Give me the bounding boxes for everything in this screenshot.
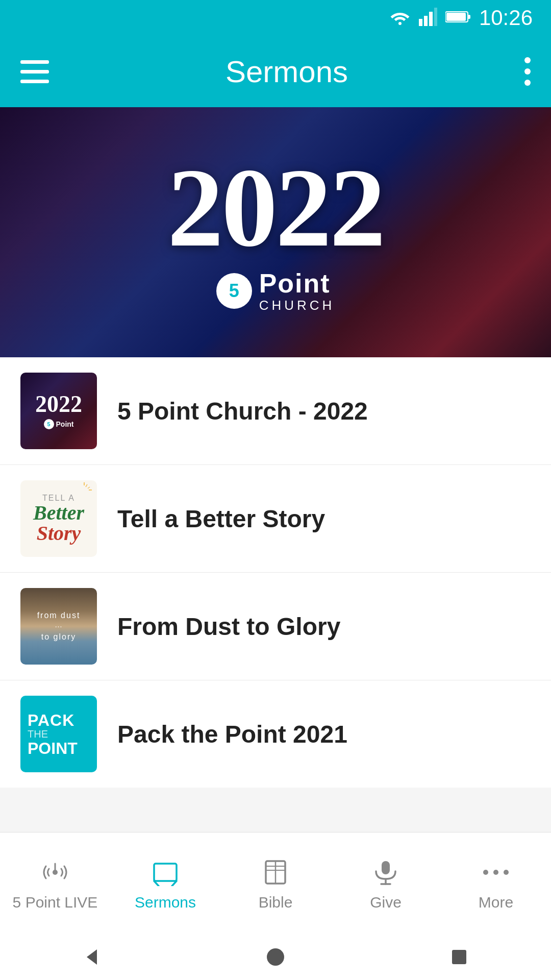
sermon-item[interactable]: TELL A Better Story Tell a Better Story bbox=[0, 465, 551, 573]
svg-rect-31 bbox=[452, 950, 466, 964]
hero-year: 2022 bbox=[167, 152, 384, 264]
nav-label-bible: Bible bbox=[259, 894, 293, 911]
nav-item-more[interactable]: More bbox=[441, 856, 551, 911]
sermon-item[interactable]: from dust ··· to glory From Dust to Glor… bbox=[0, 573, 551, 680]
nav-label-sermons: Sermons bbox=[135, 894, 196, 911]
svg-point-27 bbox=[493, 870, 498, 875]
nav-label-give: Give bbox=[370, 894, 402, 911]
sermon-thumbnail-story: TELL A Better Story bbox=[20, 480, 97, 557]
hero-logo-circle: 5 bbox=[216, 273, 252, 309]
svg-line-11 bbox=[88, 487, 90, 488]
svg-line-10 bbox=[86, 484, 87, 487]
sermon-thumbnail-pack: PACK THE POINT bbox=[20, 696, 97, 772]
status-time: 10:26 bbox=[479, 6, 533, 30]
hero-logo-point: Point bbox=[259, 269, 335, 298]
svg-rect-7 bbox=[468, 15, 470, 19]
home-button[interactable] bbox=[260, 942, 291, 972]
more-icon bbox=[480, 856, 512, 889]
hero-logo-church: CHURCH bbox=[259, 298, 335, 313]
sermon-title: From Dust to Glory bbox=[117, 612, 340, 641]
svg-rect-23 bbox=[382, 861, 390, 874]
svg-point-0 bbox=[398, 22, 402, 25]
sermons-icon bbox=[149, 856, 182, 889]
svg-point-26 bbox=[483, 870, 488, 875]
svg-rect-14 bbox=[154, 864, 177, 881]
give-icon bbox=[369, 856, 402, 889]
signal-icon bbox=[419, 8, 437, 28]
battery-icon bbox=[445, 10, 471, 26]
svg-rect-6 bbox=[446, 13, 466, 21]
nav-item-live[interactable]: 5 Point LIVE bbox=[0, 856, 110, 911]
sermon-item[interactable]: 2022 5 Point 5 Point Church - 2022 bbox=[0, 357, 551, 465]
sermon-title: Tell a Better Story bbox=[117, 505, 325, 533]
nav-label-more: More bbox=[479, 894, 513, 911]
system-nav bbox=[0, 934, 551, 980]
page-title: Sermons bbox=[226, 54, 348, 89]
status-icons: 10:26 bbox=[389, 6, 533, 30]
nav-label-live: 5 Point LIVE bbox=[13, 894, 98, 911]
hamburger-menu-icon[interactable] bbox=[20, 60, 49, 83]
nav-item-give[interactable]: Give bbox=[331, 856, 441, 911]
svg-point-28 bbox=[504, 870, 509, 875]
sermon-title: Pack the Point 2021 bbox=[117, 720, 347, 748]
nav-item-bible[interactable]: Bible bbox=[220, 856, 331, 911]
recents-button[interactable] bbox=[444, 942, 474, 972]
sermon-list: 2022 5 Point 5 Point Church - 2022 TELL … bbox=[0, 357, 551, 788]
sermon-item[interactable]: PACK THE POINT Pack the Point 2021 bbox=[0, 680, 551, 788]
svg-marker-29 bbox=[87, 949, 97, 965]
wifi-icon bbox=[389, 9, 411, 27]
hero-banner: 2022 5 Point CHURCH bbox=[0, 107, 551, 357]
hero-logo: 5 Point CHURCH bbox=[216, 269, 335, 313]
nav-item-sermons[interactable]: Sermons bbox=[110, 856, 220, 911]
back-button[interactable] bbox=[77, 942, 107, 972]
sermon-thumbnail-dust: from dust ··· to glory bbox=[20, 588, 97, 665]
svg-rect-1 bbox=[419, 19, 422, 26]
status-bar: 10:26 bbox=[0, 0, 551, 36]
bible-icon bbox=[259, 856, 292, 889]
hero-logo-text: Point CHURCH bbox=[259, 269, 335, 313]
toolbar: Sermons bbox=[0, 36, 551, 107]
bottom-nav: 5 Point LIVE Sermons Bible bbox=[0, 832, 551, 934]
svg-rect-4 bbox=[434, 8, 437, 26]
sermon-title: 5 Point Church - 2022 bbox=[117, 397, 368, 425]
live-icon bbox=[39, 856, 71, 889]
svg-point-30 bbox=[267, 948, 284, 966]
svg-rect-2 bbox=[424, 16, 428, 26]
svg-rect-3 bbox=[429, 12, 433, 26]
more-options-icon[interactable] bbox=[524, 57, 531, 86]
sermon-thumbnail-2022: 2022 5 Point bbox=[20, 373, 97, 449]
